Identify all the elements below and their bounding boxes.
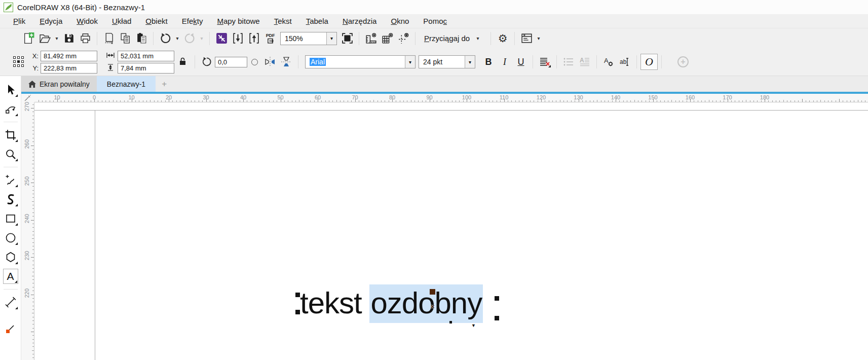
menu-item-tekst[interactable]: Tekst [267,15,299,27]
bulleted-list-button[interactable] [560,54,577,69]
open-dropdown[interactable]: ▾ [53,35,61,41]
artistic-text-object[interactable]: tekst ozdobny [300,288,483,318]
tab-welcome-screen[interactable]: Ekran powitalny [21,76,97,92]
show-rulers-button[interactable] [363,31,379,46]
undo-button[interactable] [157,31,173,46]
show-grid-button[interactable] [379,31,395,46]
snap-to-dropdown[interactable]: ▾ [474,35,482,41]
vruler-tick [32,265,34,265]
horizontal-ruler[interactable]: 1001020304050607080901001101201301401501… [21,94,868,102]
print-button[interactable] [77,31,93,46]
glyph-node-dot[interactable] [449,321,452,323]
options-button[interactable]: ⚙ [495,31,511,46]
character-formatting-button[interactable]: A [600,54,617,69]
glyph-node-handle[interactable] [430,289,435,295]
search-content-button[interactable] [213,31,230,46]
menu-item-plik[interactable]: Plik [6,15,32,27]
dimension-tool[interactable] [3,295,18,310]
connector-tool[interactable] [3,321,18,336]
zoom-tool-icon [5,148,17,160]
rotation-button[interactable] [199,54,215,69]
selection-handle-left-top[interactable] [295,293,300,297]
font-list-combo[interactable]: Arial ▾ [305,55,416,68]
artistic-media-tool[interactable] [3,192,18,207]
redo-button[interactable] [181,31,198,46]
polygon-tool[interactable] [3,249,18,265]
drop-cap-icon: A [579,56,591,68]
menu-item-narz-dzia[interactable]: Narzędzia [335,15,384,27]
hruler-tick [716,100,716,102]
shape-tool[interactable] [3,101,18,117]
drawing-canvas[interactable]: 1001020304050607080901001101201301401501… [21,94,868,360]
zoom-tool[interactable] [3,147,18,162]
export-button[interactable] [246,31,262,46]
rotation-angle-field[interactable] [215,57,247,67]
mirror-vertical-button[interactable] [278,54,294,69]
x-position-field[interactable] [41,51,97,61]
fullscreen-preview-button[interactable] [339,31,355,46]
vertical-ruler[interactable]: 270260250240230220 [21,102,34,360]
cut-button[interactable] [101,31,117,46]
selection-handle-right-middle[interactable] [495,316,499,320]
paste-icon [135,32,148,45]
text-tool[interactable]: A [3,269,18,284]
text-properties-button[interactable]: O [640,54,658,70]
selection-handle-right-top[interactable] [495,296,499,301]
hruler-tick [679,100,680,102]
freehand-tool[interactable] [3,172,18,188]
application-launcher-dropdown[interactable]: ▾ [535,35,543,41]
menu-item-efekty[interactable]: Efekty [175,15,210,27]
object-width-field[interactable] [118,51,174,61]
object-position-grid-icon[interactable] [13,56,24,67]
pick-tool[interactable] [3,82,18,97]
lock-ratio-button[interactable] [179,57,186,67]
menu-item-pomoc[interactable]: Pomoc [416,15,454,27]
font-size-dropdown[interactable]: ▾ [465,56,475,68]
drop-cap-button[interactable]: A [577,54,593,69]
new-document-button[interactable] [20,31,36,46]
ruler-origin-button[interactable] [21,94,34,102]
menu-item-obiekt[interactable]: Obiekt [138,15,174,27]
vruler-tick [32,186,34,187]
show-guidelines-button[interactable] [395,31,411,46]
save-button[interactable] [61,31,77,46]
new-tab-button[interactable]: + [156,76,173,92]
menu-item-uk-ad[interactable]: Układ [105,15,138,27]
underline-button[interactable]: U [513,54,529,69]
y-position-field[interactable] [41,63,97,74]
edit-text-button[interactable]: ab [617,54,633,69]
leading-arrow-icon[interactable]: ▼ [471,323,476,328]
open-button[interactable] [36,31,53,46]
menu-item-edycja[interactable]: Edycja [32,15,69,27]
rotate-icon [201,56,213,68]
object-height-field[interactable] [118,63,174,74]
undo-dropdown[interactable]: ▾ [173,35,181,41]
paste-button[interactable] [133,31,149,46]
snap-to-button[interactable]: Przyciągaj do ▾ [419,34,487,43]
publish-to-pdf-button[interactable]: PDF [262,31,278,46]
import-button[interactable] [230,31,246,46]
redo-dropdown[interactable]: ▾ [198,35,206,41]
menu-item-okno[interactable]: Okno [384,15,416,27]
ellipse-tool-icon [5,232,17,244]
zoom-level-combo[interactable]: 150% ▾ [280,32,337,45]
zoom-level-dropdown[interactable]: ▾ [326,32,336,45]
bold-button[interactable]: B [480,54,497,69]
font-list-dropdown[interactable]: ▾ [405,56,415,68]
rectangle-tool[interactable] [3,211,18,226]
menu-item-widok[interactable]: Widok [69,15,105,27]
application-launcher-button[interactable] [518,31,535,46]
text-alignment-button[interactable] [537,54,553,69]
italic-button[interactable]: I [497,54,513,69]
copy-button[interactable] [117,31,133,46]
mirror-horizontal-button[interactable] [262,54,278,69]
svg-text:A: A [604,57,609,64]
crop-tool[interactable] [3,127,18,142]
selection-handle-left-middle[interactable] [295,310,300,314]
tab-document[interactable]: Beznazwy-1 [97,76,156,92]
ellipse-tool[interactable] [3,230,18,245]
font-size-combo[interactable]: 24 pkt ▾ [419,55,475,68]
menu-item-tabela[interactable]: Tabela [299,15,335,27]
menu-item-mapy-bitowe[interactable]: Mapy bitowe [210,15,267,27]
hruler-tick [128,100,128,102]
